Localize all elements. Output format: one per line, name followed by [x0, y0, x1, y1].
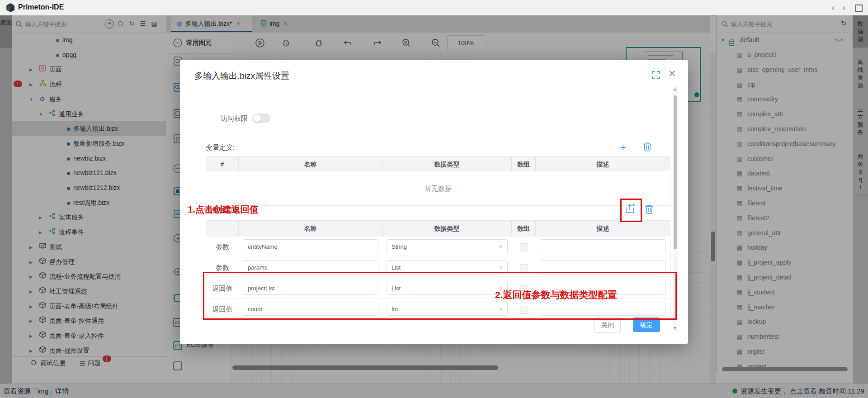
- access-permission-label: 访问权限: [221, 114, 248, 123]
- annotation-step1: 1.点击创建返回值: [188, 204, 259, 216]
- vars-col-header: 描述: [536, 156, 670, 172]
- vars-empty-text: 暂无数据: [206, 171, 670, 206]
- param-name-input[interactable]: entityName: [243, 239, 378, 253]
- fullscreen-icon[interactable]: [652, 71, 660, 79]
- params-col-header: 名称: [239, 221, 382, 236]
- array-checkbox[interactable]: [520, 264, 528, 272]
- app-logo-icon: [5, 3, 15, 13]
- delete-variable-icon[interactable]: [642, 142, 653, 152]
- params-col-header: 数据类型: [382, 221, 512, 236]
- vars-col-header: 名称: [239, 156, 382, 172]
- scroll-up-icon[interactable]: ▲: [673, 87, 677, 91]
- param-desc-input[interactable]: [540, 239, 666, 253]
- vars-col-header: #: [206, 156, 239, 172]
- params-col-header: [206, 221, 239, 236]
- delete-param-icon[interactable]: [644, 204, 655, 215]
- nav-forward-icon[interactable]: ›: [843, 3, 845, 12]
- vars-col-header: 数组: [512, 156, 536, 172]
- params-col-header: 描述: [536, 221, 670, 236]
- dialog-title: 多输入输出.bizx属性设置: [194, 70, 289, 82]
- app-title: Primeton-IDE: [18, 3, 64, 11]
- scroll-down-icon[interactable]: ▼: [673, 326, 677, 330]
- chevron-down-icon: ∨: [499, 240, 503, 254]
- close-button[interactable]: 关闭: [594, 317, 621, 333]
- vars-section-label: 变量定义:: [206, 143, 235, 152]
- array-checkbox[interactable]: [520, 243, 528, 251]
- param-row-entityName: 参数 entityName String∨: [206, 236, 670, 257]
- dialog-scroll-thumb[interactable]: [674, 95, 677, 249]
- vars-col-header: 数据类型: [382, 156, 512, 172]
- app-window: Primeton-IDE ‹ › 资源 输入关键字搜索 AI ⬡ ↻ ☰ ▤ i…: [0, 0, 868, 398]
- vars-table: #名称数据类型数组描述: [206, 156, 670, 172]
- param-type-select[interactable]: String∨: [387, 239, 508, 253]
- access-permission-toggle[interactable]: [252, 114, 270, 123]
- annotation-step2: 2.返回值参数与数据类型配置: [495, 289, 617, 301]
- title-bar: Primeton-IDE ‹ ›: [0, 0, 868, 16]
- close-icon[interactable]: ✕: [668, 68, 676, 79]
- nav-back-icon[interactable]: ‹: [832, 3, 835, 12]
- annotation-box-create-return: [620, 199, 642, 222]
- row-kind-label: 参数: [206, 237, 239, 257]
- params-col-header: 数组: [512, 221, 536, 236]
- add-variable-icon[interactable]: ＋: [618, 140, 628, 154]
- properties-dialog: 多输入输出.bizx属性设置 ✕ ▲ ▼ 访问权限 变量定义: ＋ #名称数据类…: [180, 60, 688, 344]
- window-restore-icon[interactable]: [855, 5, 863, 12]
